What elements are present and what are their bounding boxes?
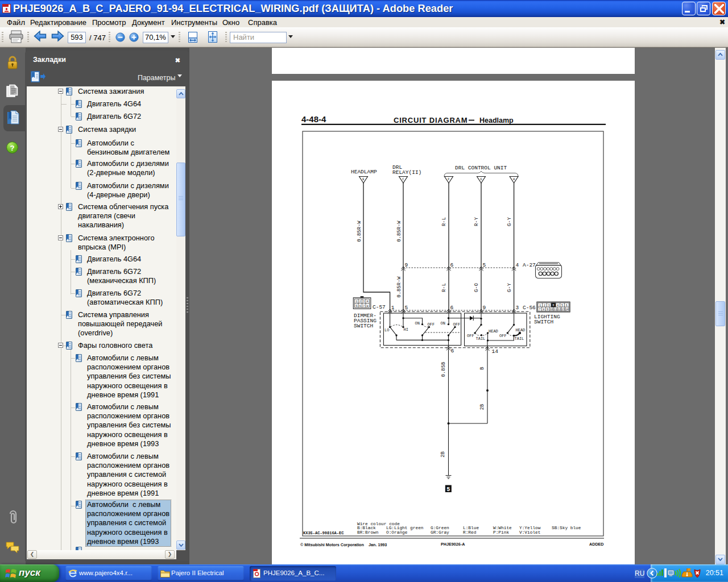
svg-text:H: H (513, 177, 515, 181)
svg-text:OFF: OFF (467, 334, 474, 338)
svg-text:E: E (362, 177, 365, 181)
svg-text:6: 6 (566, 304, 568, 307)
svg-text:5: 5 (355, 305, 357, 307)
svg-text:HEAD: HEAD (516, 328, 526, 332)
svg-text:P:Pink: P:Pink (493, 530, 509, 535)
svg-text:SWITCH: SWITCH (534, 319, 553, 325)
svg-text:B: B (479, 367, 485, 369)
svg-text:8: 8 (367, 305, 369, 307)
svg-text:OFF: OFF (453, 322, 461, 327)
svg-text:LO: LO (384, 328, 389, 332)
svg-text:6: 6 (450, 305, 454, 311)
svg-text:3: 3 (363, 300, 365, 303)
svg-text:OFF: OFF (499, 334, 507, 338)
svg-text:4: 4 (557, 304, 559, 307)
svg-text:TAIL: TAIL (515, 336, 524, 341)
svg-text:0.85B: 0.85B (441, 362, 446, 377)
svg-text:9: 9 (547, 308, 548, 311)
svg-text:DRL CONTROL UNIT: DRL CONTROL UNIT (455, 165, 507, 171)
svg-text:G: G (480, 177, 482, 181)
svg-text:OFF: OFF (428, 322, 435, 327)
svg-text:Headlamp: Headlamp (479, 117, 514, 124)
svg-text:4-48-4: 4-48-4 (301, 114, 326, 124)
svg-text:V:Violet: V:Violet (519, 530, 540, 535)
svg-text:Y:Yellow: Y:Yellow (519, 526, 541, 530)
svg-text:KX35-AC-90816A-EC: KX35-AC-90816A-EC (303, 531, 344, 535)
svg-text:0.85R-W: 0.85R-W (357, 221, 362, 242)
svg-text:0.85R-W: 0.85R-W (396, 221, 402, 242)
svg-text:?: ? (10, 144, 15, 152)
svg-text:LG:Light green: LG:Light green (386, 526, 424, 530)
svg-text:ON: ON (415, 321, 420, 326)
svg-text:G-Y: G-Y (507, 282, 512, 292)
svg-text:© Mitsubishi Motors Corporatio: © Mitsubishi Motors Corporation (300, 542, 364, 547)
svg-text:13: 13 (561, 308, 565, 311)
svg-text:BR:Brown: BR:Brown (357, 530, 378, 535)
svg-text:M: M (553, 304, 555, 307)
svg-text:7: 7 (539, 308, 541, 311)
svg-text:9: 9 (483, 305, 486, 311)
svg-text:2: 2 (359, 300, 361, 303)
svg-text:HEAD: HEAD (489, 329, 498, 334)
svg-text:W:White: W:White (493, 526, 512, 530)
svg-text:G-Y: G-Y (507, 217, 512, 226)
svg-text:11: 11 (554, 308, 557, 311)
svg-text:R-L: R-L (441, 217, 447, 226)
svg-text:1: 1 (355, 300, 357, 303)
svg-text:5: 5 (446, 487, 450, 493)
svg-text:RELAY(II): RELAY(II) (392, 169, 421, 176)
svg-text:4: 4 (367, 300, 369, 303)
svg-text:9: 9 (405, 262, 408, 268)
svg-text:5: 5 (405, 305, 408, 311)
svg-text:PHJE9026-A: PHJE9026-A (441, 542, 465, 547)
svg-text:GR:Gray: GR:Gray (431, 530, 449, 535)
svg-text:L:Blue: L:Blue (463, 526, 479, 530)
svg-text:R-L: R-L (441, 283, 447, 292)
svg-text:C-57: C-57 (373, 304, 386, 310)
svg-text:G-O: G-O (474, 283, 479, 292)
svg-text:F: F (448, 177, 449, 181)
svg-text:14: 14 (492, 348, 499, 355)
svg-text:14: 14 (565, 308, 569, 311)
svg-text:10: 10 (550, 308, 553, 311)
svg-text:2B: 2B (479, 404, 485, 410)
svg-text:12: 12 (557, 308, 561, 311)
svg-text:6: 6 (451, 348, 454, 354)
svg-text:B:Black: B:Black (357, 526, 376, 530)
svg-text:SWITCH: SWITCH (354, 323, 373, 329)
svg-text:4: 4 (516, 262, 519, 268)
svg-text:HEADLAMP: HEADLAMP (351, 169, 377, 175)
svg-text:1: 1 (391, 305, 395, 311)
svg-text:6: 6 (359, 305, 361, 307)
svg-text:2B: 2B (440, 451, 446, 458)
svg-text:5: 5 (561, 304, 563, 307)
svg-text:HI: HI (404, 327, 408, 332)
svg-text:SB:Sky blue: SB:Sky blue (552, 526, 581, 530)
svg-text:3: 3 (548, 304, 550, 307)
svg-text:ADDED: ADDED (589, 542, 604, 547)
svg-text:O:Orange: O:Orange (386, 530, 408, 535)
svg-text:7: 7 (363, 305, 365, 307)
svg-text:C-56: C-56 (523, 305, 536, 311)
svg-text:8: 8 (543, 308, 545, 311)
svg-text:R:Red: R:Red (463, 530, 476, 535)
svg-text:0.85R-W: 0.85R-W (396, 276, 402, 298)
svg-text:5: 5 (483, 262, 486, 268)
svg-text:2: 2 (544, 304, 545, 307)
svg-text:ON: ON (441, 321, 445, 326)
svg-text:C: C (402, 177, 404, 181)
svg-text:A-27: A-27 (523, 262, 536, 268)
svg-text:CIRCUIT DIAGRAM: CIRCUIT DIAGRAM (394, 116, 468, 124)
svg-text:TAIL: TAIL (476, 336, 486, 341)
svg-text:Jan. 1993: Jan. 1993 (369, 542, 387, 547)
svg-text:R-Y: R-Y (474, 217, 479, 226)
svg-text:G:Green: G:Green (431, 526, 449, 530)
svg-text:6: 6 (450, 262, 454, 268)
svg-text:3: 3 (516, 305, 519, 311)
svg-text:1: 1 (539, 304, 541, 307)
